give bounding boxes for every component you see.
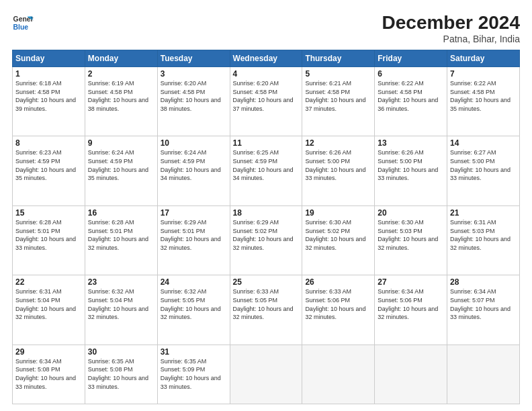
cell-info: Sunrise: 6:22 AM Sunset: 4:58 PM Dayligh… — [450, 79, 517, 113]
cell-info: Sunrise: 6:20 AM Sunset: 4:58 PM Dayligh… — [233, 79, 300, 113]
day-number: 6 — [378, 69, 444, 79]
calendar-cell: 18 Sunrise: 6:29 AM Sunset: 5:02 PM Dayl… — [230, 205, 302, 275]
calendar-cell: 30 Sunrise: 6:35 AM Sunset: 5:08 PM Dayl… — [85, 345, 157, 404]
calendar-cell: 23 Sunrise: 6:32 AM Sunset: 5:04 PM Dayl… — [85, 275, 157, 345]
day-number: 26 — [305, 277, 371, 287]
title-block: December 2024 Patna, Bihar, India — [382, 12, 520, 44]
calendar-week-row: 1 Sunrise: 6:18 AM Sunset: 4:58 PM Dayli… — [13, 67, 520, 136]
col-tuesday: Tuesday — [157, 50, 230, 67]
calendar-header-row: Sunday Monday Tuesday Wednesday Thursday… — [13, 50, 520, 67]
cell-info: Sunrise: 6:29 AM Sunset: 5:02 PM Dayligh… — [233, 218, 300, 252]
day-number: 4 — [233, 69, 300, 79]
day-number: 14 — [450, 138, 517, 148]
calendar-cell: 3 Sunrise: 6:20 AM Sunset: 4:58 PM Dayli… — [157, 67, 230, 136]
col-wednesday: Wednesday — [230, 50, 302, 67]
cell-info: Sunrise: 6:29 AM Sunset: 5:01 PM Dayligh… — [161, 218, 227, 252]
subtitle: Patna, Bihar, India — [382, 34, 520, 44]
day-number: 10 — [161, 138, 227, 148]
calendar-cell: 19 Sunrise: 6:30 AM Sunset: 5:02 PM Dayl… — [302, 205, 375, 275]
calendar-cell: 31 Sunrise: 6:35 AM Sunset: 5:09 PM Dayl… — [157, 345, 230, 404]
calendar-cell: 20 Sunrise: 6:30 AM Sunset: 5:03 PM Dayl… — [375, 205, 447, 275]
cell-info: Sunrise: 6:24 AM Sunset: 4:59 PM Dayligh… — [161, 148, 227, 182]
day-number: 28 — [450, 277, 517, 287]
calendar-cell: 15 Sunrise: 6:28 AM Sunset: 5:01 PM Dayl… — [13, 205, 85, 275]
day-number: 3 — [161, 69, 227, 79]
col-saturday: Saturday — [447, 50, 520, 67]
calendar-cell: 22 Sunrise: 6:31 AM Sunset: 5:04 PM Dayl… — [13, 275, 85, 345]
day-number: 12 — [305, 138, 371, 148]
calendar-cell — [447, 345, 520, 404]
day-number: 20 — [378, 208, 444, 218]
day-number: 22 — [15, 277, 82, 287]
cell-info: Sunrise: 6:32 AM Sunset: 5:04 PM Dayligh… — [88, 287, 154, 321]
day-number: 16 — [88, 208, 154, 218]
calendar-cell: 25 Sunrise: 6:33 AM Sunset: 5:05 PM Dayl… — [230, 275, 302, 345]
day-number: 30 — [88, 347, 154, 357]
col-sunday: Sunday — [13, 50, 85, 67]
calendar-cell: 11 Sunrise: 6:25 AM Sunset: 4:59 PM Dayl… — [230, 136, 302, 205]
cell-info: Sunrise: 6:35 AM Sunset: 5:08 PM Dayligh… — [88, 357, 154, 391]
day-number: 1 — [15, 69, 82, 79]
calendar-week-row: 29 Sunrise: 6:34 AM Sunset: 5:08 PM Dayl… — [13, 345, 520, 404]
calendar-cell: 8 Sunrise: 6:23 AM Sunset: 4:59 PM Dayli… — [13, 136, 85, 205]
day-number: 13 — [378, 138, 444, 148]
day-number: 8 — [15, 138, 82, 148]
calendar-week-row: 22 Sunrise: 6:31 AM Sunset: 5:04 PM Dayl… — [13, 275, 520, 345]
calendar-cell: 29 Sunrise: 6:34 AM Sunset: 5:08 PM Dayl… — [13, 345, 85, 404]
cell-info: Sunrise: 6:21 AM Sunset: 4:58 PM Dayligh… — [305, 79, 371, 113]
cell-info: Sunrise: 6:34 AM Sunset: 5:06 PM Dayligh… — [378, 287, 444, 321]
cell-info: Sunrise: 6:25 AM Sunset: 4:59 PM Dayligh… — [233, 148, 300, 182]
logo-icon: General Blue — [12, 12, 34, 34]
calendar-cell: 14 Sunrise: 6:27 AM Sunset: 5:00 PM Dayl… — [447, 136, 520, 205]
cell-info: Sunrise: 6:28 AM Sunset: 5:01 PM Dayligh… — [15, 218, 82, 252]
day-number: 25 — [233, 277, 300, 287]
day-number: 21 — [450, 208, 517, 218]
day-number: 27 — [378, 277, 444, 287]
day-number: 7 — [450, 69, 517, 79]
calendar-cell: 1 Sunrise: 6:18 AM Sunset: 4:58 PM Dayli… — [13, 67, 85, 136]
cell-info: Sunrise: 6:22 AM Sunset: 4:58 PM Dayligh… — [378, 79, 444, 113]
calendar-cell: 5 Sunrise: 6:21 AM Sunset: 4:58 PM Dayli… — [302, 67, 375, 136]
calendar-cell: 13 Sunrise: 6:26 AM Sunset: 5:00 PM Dayl… — [375, 136, 447, 205]
main-title: December 2024 — [382, 12, 520, 34]
day-number: 29 — [15, 347, 82, 357]
calendar-week-row: 8 Sunrise: 6:23 AM Sunset: 4:59 PM Dayli… — [13, 136, 520, 205]
page: General Blue December 2024 Patna, Bihar,… — [0, 0, 532, 411]
day-number: 11 — [233, 138, 300, 148]
cell-info: Sunrise: 6:26 AM Sunset: 5:00 PM Dayligh… — [378, 148, 444, 182]
cell-info: Sunrise: 6:32 AM Sunset: 5:05 PM Dayligh… — [161, 287, 227, 321]
calendar-cell: 24 Sunrise: 6:32 AM Sunset: 5:05 PM Dayl… — [157, 275, 230, 345]
calendar-cell: 4 Sunrise: 6:20 AM Sunset: 4:58 PM Dayli… — [230, 67, 302, 136]
calendar-cell: 10 Sunrise: 6:24 AM Sunset: 4:59 PM Dayl… — [157, 136, 230, 205]
calendar-cell: 9 Sunrise: 6:24 AM Sunset: 4:59 PM Dayli… — [85, 136, 157, 205]
calendar-week-row: 15 Sunrise: 6:28 AM Sunset: 5:01 PM Dayl… — [13, 205, 520, 275]
cell-info: Sunrise: 6:35 AM Sunset: 5:09 PM Dayligh… — [161, 357, 227, 391]
calendar-cell: 26 Sunrise: 6:33 AM Sunset: 5:06 PM Dayl… — [302, 275, 375, 345]
col-thursday: Thursday — [302, 50, 375, 67]
logo: General Blue — [12, 12, 34, 34]
day-number: 5 — [305, 69, 371, 79]
day-number: 19 — [305, 208, 371, 218]
calendar-cell: 17 Sunrise: 6:29 AM Sunset: 5:01 PM Dayl… — [157, 205, 230, 275]
calendar-cell: 7 Sunrise: 6:22 AM Sunset: 4:58 PM Dayli… — [447, 67, 520, 136]
calendar-cell: 2 Sunrise: 6:19 AM Sunset: 4:58 PM Dayli… — [85, 67, 157, 136]
day-number: 2 — [88, 69, 154, 79]
col-friday: Friday — [375, 50, 447, 67]
cell-info: Sunrise: 6:27 AM Sunset: 5:00 PM Dayligh… — [450, 148, 517, 182]
cell-info: Sunrise: 6:30 AM Sunset: 5:03 PM Dayligh… — [378, 218, 444, 252]
calendar-cell: 6 Sunrise: 6:22 AM Sunset: 4:58 PM Dayli… — [375, 67, 447, 136]
cell-info: Sunrise: 6:33 AM Sunset: 5:06 PM Dayligh… — [305, 287, 371, 321]
cell-info: Sunrise: 6:34 AM Sunset: 5:07 PM Dayligh… — [450, 287, 517, 321]
cell-info: Sunrise: 6:20 AM Sunset: 4:58 PM Dayligh… — [161, 79, 227, 113]
cell-info: Sunrise: 6:33 AM Sunset: 5:05 PM Dayligh… — [233, 287, 300, 321]
day-number: 17 — [161, 208, 227, 218]
cell-info: Sunrise: 6:30 AM Sunset: 5:02 PM Dayligh… — [305, 218, 371, 252]
day-number: 9 — [88, 138, 154, 148]
calendar-cell — [375, 345, 447, 404]
header: General Blue December 2024 Patna, Bihar,… — [12, 12, 520, 44]
cell-info: Sunrise: 6:19 AM Sunset: 4:58 PM Dayligh… — [88, 79, 154, 113]
calendar-table: Sunday Monday Tuesday Wednesday Thursday… — [12, 50, 520, 404]
cell-info: Sunrise: 6:31 AM Sunset: 5:03 PM Dayligh… — [450, 218, 517, 252]
calendar-cell: 16 Sunrise: 6:28 AM Sunset: 5:01 PM Dayl… — [85, 205, 157, 275]
cell-info: Sunrise: 6:18 AM Sunset: 4:58 PM Dayligh… — [15, 79, 82, 113]
